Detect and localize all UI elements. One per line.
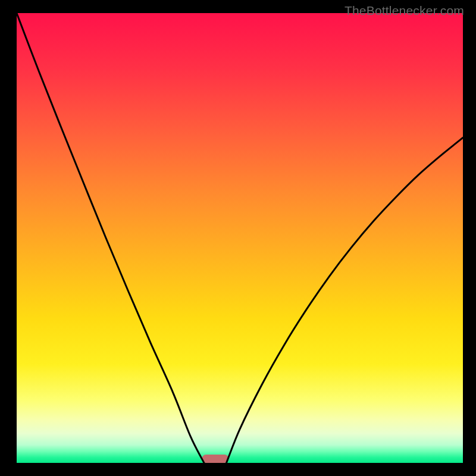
- bottleneck-marker: [202, 455, 228, 463]
- bottleneck-chart: [17, 13, 463, 463]
- plot-background: [17, 13, 463, 463]
- watermark-text: TheBottlenecker.com: [345, 4, 464, 18]
- chart-frame: TheBottlenecker.com: [0, 0, 476, 476]
